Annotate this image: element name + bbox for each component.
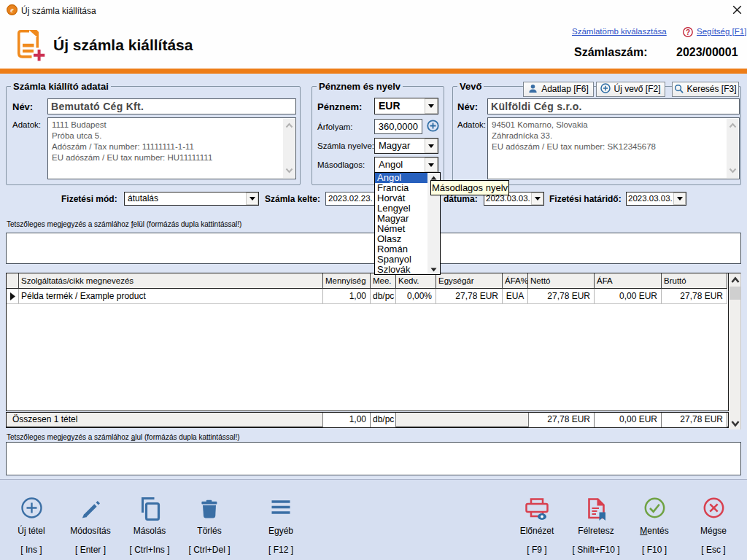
svg-text:e: e	[10, 6, 14, 14]
svg-text:?: ?	[686, 28, 690, 36]
